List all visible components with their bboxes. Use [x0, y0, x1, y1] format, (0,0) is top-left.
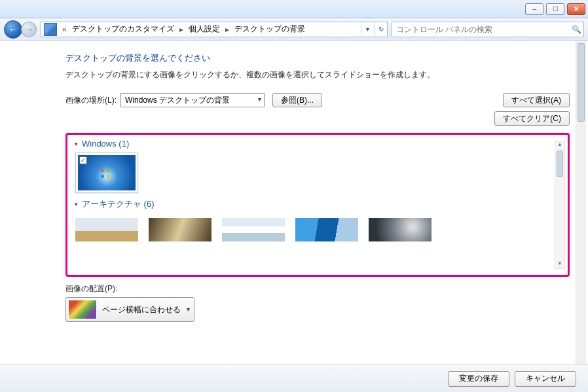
content-area: デスクトップの背景を選んでください デスクトップの背景にする画像をクリックするか… [0, 41, 588, 365]
wallpaper-list[interactable]: ▲ ▼ ▾ Windows (1) ✓ ▾ [73, 139, 568, 271]
wallpaper-checkbox[interactable]: ✓ [79, 156, 87, 164]
scroll-up-icon[interactable]: ▲ [555, 141, 564, 149]
window-titlebar: – ☐ ✕ [0, 0, 588, 18]
wallpaper-thumb-windows-default[interactable]: ✓ [75, 152, 138, 193]
search-input[interactable] [392, 25, 569, 34]
position-label: 画像の配置(P): [65, 283, 570, 294]
wallpaper-thumb-arch-2[interactable] [149, 218, 211, 245]
location-label: 画像の場所(L): [65, 95, 117, 106]
location-dropdown[interactable]: Windows デスクトップの背景 [120, 93, 265, 107]
breadcrumb-dropdown[interactable]: ▾ [361, 22, 374, 37]
position-preview-icon [68, 300, 97, 319]
group-windows: ▾ Windows (1) ✓ [73, 139, 568, 193]
back-arrow-icon: ← [9, 24, 18, 35]
wallpaper-thumb-arch-1[interactable] [75, 218, 138, 245]
wallpaper-image [222, 218, 285, 241]
wallpaper-thumb-arch-3[interactable] [222, 218, 285, 245]
wallpaper-image [369, 218, 432, 241]
save-button[interactable]: 変更の保存 [448, 371, 509, 387]
footer-bar: 変更の保存 キャンセル [0, 365, 588, 392]
minimize-icon: – [532, 6, 536, 12]
list-scrollbar[interactable]: ▲ ▼ [555, 141, 565, 269]
select-all-button[interactable]: すべて選択(A) [503, 93, 570, 107]
browse-button[interactable]: 参照(B)... [272, 93, 322, 107]
page-scrollbar-thumb[interactable] [578, 43, 585, 122]
position-dropdown[interactable]: ページ横幅に合わせる [65, 297, 194, 322]
page-subtext: デスクトップの背景にする画像をクリックするか、複数の画像を選択してスライドショー… [65, 69, 570, 80]
wallpaper-image [75, 218, 138, 241]
breadcrumb-bar[interactable]: « デスクトップのカスタマイズ ▸ 個人設定 ▸ デスクトップの背景 ▾ ↻ [41, 22, 388, 37]
breadcrumb-sep-icon: ▸ [223, 25, 232, 34]
breadcrumb-item-customization[interactable]: デスクトップのカスタマイズ [69, 22, 177, 37]
group-title[interactable]: アーキテクチャ (6) [82, 198, 155, 210]
page-heading: デスクトップの背景を選んでください [65, 52, 570, 64]
forward-arrow-icon: → [24, 24, 33, 35]
position-value: ページ横幅に合わせる [102, 304, 181, 315]
group-toggle-icon[interactable]: ▾ [73, 201, 79, 207]
chevron-down-icon: ▾ [366, 26, 369, 33]
close-button[interactable]: ✕ [567, 3, 585, 15]
group-title[interactable]: Windows (1) [82, 139, 129, 149]
list-scrollbar-thumb[interactable] [557, 151, 563, 177]
breadcrumb-item-personalization[interactable]: 個人設定 [186, 22, 223, 37]
page-scrollbar[interactable] [576, 41, 586, 365]
cancel-button[interactable]: キャンセル [515, 371, 576, 387]
maximize-button[interactable]: ☐ [546, 3, 564, 15]
wallpaper-image [295, 218, 358, 241]
maximize-icon: ☐ [553, 6, 559, 12]
refresh-icon: ↻ [378, 26, 384, 33]
address-toolbar: ← → « デスクトップのカスタマイズ ▸ 個人設定 ▸ デスクトップの背景 ▾… [0, 18, 588, 41]
clear-all-button[interactable]: すべてクリア(C) [494, 111, 570, 126]
wallpaper-image [149, 218, 211, 241]
close-icon: ✕ [574, 6, 579, 12]
search-icon[interactable]: 🔍 [569, 25, 583, 34]
back-button[interactable]: ← [4, 20, 22, 39]
nav-buttons: ← → [4, 20, 37, 39]
refresh-button[interactable]: ↻ [374, 22, 387, 37]
breadcrumb-sep-icon: ▸ [177, 25, 186, 34]
wallpaper-list-frame: ▲ ▼ ▾ Windows (1) ✓ ▾ [65, 133, 570, 277]
wallpaper-thumb-arch-5[interactable] [369, 218, 432, 245]
scroll-down-icon[interactable]: ▼ [555, 260, 564, 268]
group-architecture: ▾ アーキテクチャ (6) [73, 198, 568, 245]
wallpaper-thumb-arch-4[interactable] [295, 218, 358, 245]
search-box[interactable]: 🔍 [392, 22, 584, 37]
control-panel-icon [44, 23, 57, 36]
breadcrumb-item-desktop-background[interactable]: デスクトップの背景 [232, 22, 308, 37]
forward-button[interactable]: → [21, 22, 37, 37]
location-value: Windows デスクトップの背景 [125, 95, 230, 106]
minimize-button[interactable]: – [525, 3, 543, 15]
breadcrumb-back-separator: « [60, 25, 69, 34]
group-toggle-icon[interactable]: ▾ [73, 141, 79, 147]
